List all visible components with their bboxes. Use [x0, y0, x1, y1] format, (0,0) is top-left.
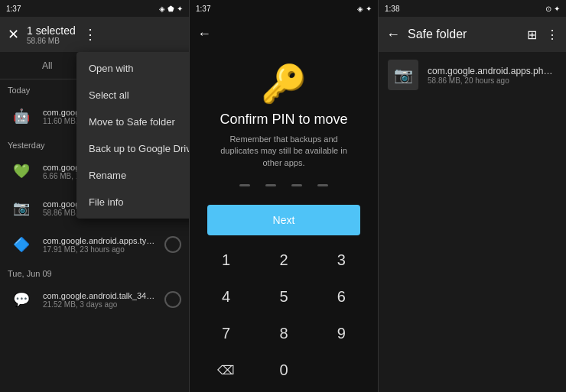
file-name: com.google.android.apps.tycho_V... [43, 236, 157, 245]
back-button-3[interactable]: ← [386, 27, 400, 43]
toolbar-1: ✕ 1 selected 58.86 MB ⋮ [0, 17, 189, 52]
toolbar-info: 1 selected 58.86 MB [27, 24, 76, 45]
file-item[interactable]: 💬 com.google.android.talk_34.0.314... 21… [0, 281, 189, 318]
selected-size: 58.86 MB [27, 37, 76, 45]
file-name: com.google.android.talk_34.0.314... [43, 291, 157, 300]
time-2: 1:37 [196, 5, 210, 13]
back-button-2[interactable]: ← [197, 26, 211, 42]
selected-count: 1 selected [27, 24, 76, 37]
pin-dot-1 [239, 184, 250, 186]
safe-file-item[interactable]: 📷 com.google.android.apps.photos_... 58.… [379, 52, 566, 98]
next-button[interactable]: Next [207, 205, 360, 235]
file-icon-robot: 🤖 [8, 102, 35, 130]
context-select-all[interactable]: Select all [76, 82, 189, 109]
pin-title: Confirm PIN to move [220, 112, 347, 128]
key-0[interactable]: 0 [259, 353, 308, 387]
key-7[interactable]: 7 [202, 316, 251, 350]
context-menu: Open with Select all Move to Safe folder… [76, 52, 189, 219]
overflow-icon-3[interactable]: ⋮ [546, 28, 558, 42]
file-icon-tycho: 🔷 [8, 231, 35, 258]
file-item[interactable]: 🔷 com.google.android.apps.tycho_V... 17.… [0, 226, 189, 263]
file-check[interactable] [164, 236, 181, 253]
section-jun09: Tue, Jun 09 [0, 263, 189, 281]
key-1[interactable]: 1 [202, 243, 251, 277]
file-info: com.google.android.apps.tycho_V... 17.91… [43, 236, 157, 254]
pin-dot-2 [265, 184, 276, 186]
file-icon-fitness: 💚 [8, 157, 35, 185]
context-rename[interactable]: Rename [76, 162, 189, 189]
safe-folder-title: Safe folder [408, 28, 519, 41]
key-8[interactable]: 8 [259, 316, 308, 350]
safe-file-icon: 📷 [388, 60, 418, 90]
key-9[interactable]: 9 [317, 316, 366, 350]
toolbar-icons-3: ⊞ ⋮ [527, 28, 558, 42]
key-backspace[interactable]: ⌫ [202, 353, 251, 387]
context-move-safe[interactable]: Move to Safe folder [76, 109, 189, 135]
file-check[interactable] [164, 291, 181, 308]
panel-safefolder: 1:38 ⊙ ✦ ← Safe folder ⊞ ⋮ 📷 com.google.… [378, 0, 566, 392]
status-icons-3: ⊙ ✦ [545, 5, 560, 13]
status-bar-2: 1:37 ◈ ✦ [190, 0, 378, 17]
file-icon-photos: 📷 [8, 194, 35, 222]
numpad-row-2: 4 5 6 [197, 280, 370, 313]
toolbar-2: ← [190, 17, 378, 50]
time-1: 1:37 [6, 5, 21, 13]
file-info: com.google.android.talk_34.0.314... 21.5… [43, 291, 157, 309]
key-empty [317, 353, 366, 387]
grid-icon[interactable]: ⊞ [527, 28, 537, 42]
key-6[interactable]: 6 [317, 280, 366, 313]
key-2[interactable]: 2 [259, 243, 308, 277]
status-icons-1: ◈ ⬟ ✦ [159, 5, 183, 13]
numpad-row-1: 1 2 3 [197, 243, 370, 277]
safe-file-info: com.google.android.apps.photos_... 58.86… [428, 66, 557, 85]
safe-file-meta: 58.86 MB, 20 hours ago [428, 76, 557, 85]
status-bar-3: 1:38 ⊙ ✦ [379, 0, 566, 17]
pin-dots [239, 184, 328, 186]
toolbar-3: ← Safe folder ⊞ ⋮ [379, 17, 566, 52]
safe-file-name: com.google.android.apps.photos_... [428, 66, 557, 76]
close-icon[interactable]: ✕ [8, 26, 19, 43]
key-5[interactable]: 5 [259, 280, 308, 313]
pin-subtitle: Remember that backups and duplicates may… [190, 134, 378, 169]
pin-icon: 🔑 [261, 63, 307, 105]
overflow-icon[interactable]: ⋮ [83, 26, 97, 43]
key-4[interactable]: 4 [202, 280, 251, 313]
signal-icons-1: ◈ ⬟ ✦ [159, 5, 183, 13]
key-3[interactable]: 3 [317, 243, 366, 277]
file-meta: 21.52 MB, 3 days ago [43, 300, 157, 309]
file-icon-talk: 💬 [8, 286, 35, 313]
context-file-info[interactable]: File info [76, 189, 189, 215]
panel-pin: 1:37 ◈ ✦ ← 🔑 Confirm PIN to move Remembe… [189, 0, 378, 392]
pin-dot-4 [317, 184, 328, 186]
pin-dot-3 [291, 184, 302, 186]
context-open-with[interactable]: Open with [76, 55, 189, 82]
status-icons-2: ◈ ✦ [357, 5, 372, 13]
panel-filemanager: 1:37 ◈ ⬟ ✦ ✕ 1 selected 58.86 MB ⋮ All D… [0, 0, 189, 392]
file-meta: 17.91 MB, 23 hours ago [43, 245, 157, 254]
numpad-row-4: ⌫ 0 [197, 353, 370, 387]
context-backup-drive[interactable]: Back up to Google Drive [76, 135, 189, 162]
time-3: 1:38 [385, 5, 399, 13]
numpad: 1 2 3 4 5 6 7 8 9 ⌫ 0 [190, 243, 378, 390]
numpad-row-3: 7 8 9 [197, 316, 370, 350]
status-bar-1: 1:37 ◈ ⬟ ✦ [0, 0, 189, 17]
